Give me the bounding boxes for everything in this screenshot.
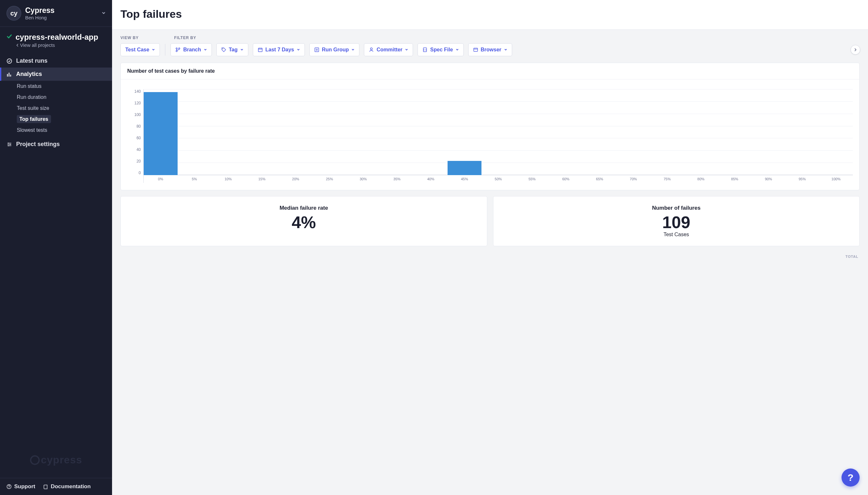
org-avatar: cy — [6, 6, 21, 21]
chevron-down-icon — [297, 47, 300, 53]
svg-point-5 — [176, 48, 177, 49]
list-icon — [314, 47, 319, 52]
nav-latest-runs[interactable]: Latest runs — [0, 54, 112, 68]
svg-point-6 — [176, 50, 177, 52]
org-switcher[interactable]: cy Cypress Ben Hong — [0, 0, 112, 27]
svg-point-8 — [223, 49, 223, 49]
help-circle-icon — [6, 484, 12, 489]
nav-analytics[interactable]: Analytics — [0, 68, 112, 81]
support-link[interactable]: Support — [6, 483, 35, 490]
view-by-select[interactable]: Test Case — [121, 43, 160, 56]
chevron-down-icon — [456, 47, 459, 53]
svg-rect-9 — [258, 48, 262, 52]
brand-watermark: cypress — [30, 454, 82, 466]
view-all-projects-link[interactable]: View all projects — [16, 42, 106, 48]
tag-icon — [221, 47, 226, 52]
caret-left-icon — [16, 44, 19, 47]
project-selector[interactable]: cypress-realworld-app — [6, 33, 106, 42]
svg-point-2 — [10, 144, 11, 145]
svg-point-3 — [8, 145, 10, 146]
filter-browser[interactable]: Browser — [468, 43, 512, 56]
svg-point-7 — [179, 48, 180, 49]
svg-point-11 — [370, 48, 372, 50]
nav-project-settings[interactable]: Project settings — [0, 138, 112, 151]
filter-run-group[interactable]: Run Group — [309, 43, 360, 56]
org-name: Cypress — [25, 6, 98, 15]
svg-point-1 — [8, 142, 9, 143]
chevron-down-icon — [152, 47, 155, 53]
main-content: Top failures VIEW BY FILTER BY Test Case — [112, 0, 868, 495]
filter-by-heading: FILTER BY — [174, 36, 196, 40]
bar-chart-icon — [6, 71, 12, 77]
failure-rate-histogram: 140120100806040200 0%5%10%15%20%25%30%35… — [127, 89, 853, 183]
browser-icon — [473, 47, 478, 52]
project-name: cypress-realworld-app — [16, 33, 98, 42]
chevron-down-icon — [240, 47, 244, 53]
subnav-run-status[interactable]: Run status — [17, 81, 112, 92]
user-icon — [369, 47, 374, 52]
subnav-slowest-tests[interactable]: Slowest tests — [17, 125, 112, 136]
filter-committer[interactable]: Committer — [364, 43, 413, 56]
svg-rect-13 — [474, 48, 478, 51]
page-title: Top failures — [121, 8, 860, 20]
help-fab[interactable]: ? — [842, 468, 860, 487]
file-code-icon — [422, 47, 427, 52]
caret-down-icon — [102, 10, 106, 16]
subnav-run-duration[interactable]: Run duration — [17, 92, 112, 103]
chevron-down-icon — [204, 47, 207, 53]
filter-spec-file[interactable]: Spec File — [418, 43, 463, 56]
documentation-link[interactable]: Documentation — [43, 483, 91, 490]
sidebar: cy Cypress Ben Hong cypress-realworld-ap… — [0, 0, 112, 495]
chevron-down-icon — [351, 47, 355, 53]
check-icon — [6, 34, 12, 41]
org-user: Ben Hong — [25, 15, 98, 20]
chart-panel-title: Number of test cases by failure rate — [121, 63, 859, 80]
stat-median-failure-rate: Median failure rate 4% — [121, 196, 487, 246]
subnav-top-failures[interactable]: Top failures — [17, 114, 112, 125]
chevron-down-icon — [405, 47, 408, 53]
git-branch-icon — [175, 47, 180, 52]
sliders-icon — [6, 141, 12, 147]
view-by-heading: VIEW BY — [121, 36, 139, 40]
chevron-right-icon — [853, 48, 857, 52]
filter-date[interactable]: Last 7 Days — [253, 43, 305, 56]
check-circle-icon — [6, 58, 12, 64]
book-icon — [43, 484, 48, 489]
calendar-icon — [258, 47, 263, 52]
stat-number-of-failures: Number of failures 109 Test Cases — [493, 196, 860, 246]
scroll-right-button[interactable] — [851, 45, 860, 55]
chevron-down-icon — [504, 47, 507, 53]
filter-tag[interactable]: Tag — [216, 43, 248, 56]
subnav-test-suite-size[interactable]: Test suite size — [17, 103, 112, 114]
chart-panel: Number of test cases by failure rate 140… — [121, 63, 860, 190]
total-column-header: TOTAL — [112, 255, 868, 262]
filter-branch[interactable]: Branch — [171, 43, 212, 56]
